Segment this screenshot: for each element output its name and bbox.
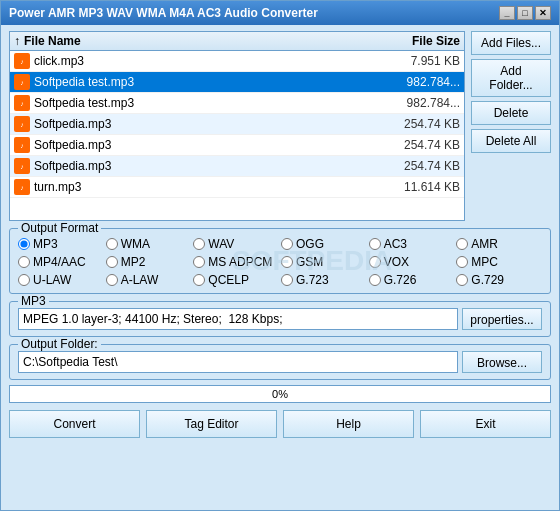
side-buttons: Add Files... Add Folder... Delete Delete… [471, 31, 551, 221]
delete-button[interactable]: Delete [471, 101, 551, 125]
add-files-button[interactable]: Add Files... [471, 31, 551, 55]
progress-bar-container: 0% [9, 385, 551, 403]
properties-row: properties... [18, 308, 542, 330]
format-g726[interactable]: G.726 [369, 273, 455, 287]
file-size: 254.74 KB [380, 159, 460, 173]
table-row[interactable]: ♪Softpedia.mp3254.74 KB [10, 114, 464, 135]
output-folder-label: Output Folder: [18, 337, 101, 351]
bottom-buttons: Convert Tag Editor Help Exit [9, 410, 551, 438]
format-ulaw[interactable]: U-LAW [18, 273, 104, 287]
delete-all-button[interactable]: Delete All [471, 129, 551, 153]
close-button[interactable]: ✕ [535, 6, 551, 20]
file-list[interactable]: ♪click.mp37.951 KB♪Softpedia test.mp3982… [10, 51, 464, 220]
format-wma[interactable]: WMA [106, 237, 192, 251]
file-name: Softpedia.mp3 [34, 138, 380, 152]
title-bar: Power AMR MP3 WAV WMA M4A AC3 Audio Conv… [1, 1, 559, 25]
format-qcelp[interactable]: QCELP [193, 273, 279, 287]
table-row[interactable]: ♪Softpedia test.mp3982.784... [10, 93, 464, 114]
maximize-button[interactable]: □ [517, 6, 533, 20]
table-row[interactable]: ♪turn.mp311.614 KB [10, 177, 464, 198]
browse-button[interactable]: Browse... [462, 351, 542, 373]
format-mp3[interactable]: MP3 [18, 237, 104, 251]
format-ac3[interactable]: AC3 [369, 237, 455, 251]
format-mp4aac[interactable]: MP4/AAC [18, 255, 104, 269]
file-list-header: ↑ File Name File Size [10, 32, 464, 51]
mp3-section-label: MP3 [18, 294, 49, 308]
file-icon: ♪ [14, 137, 30, 153]
format-msadpcm[interactable]: MS ADPCM [193, 255, 279, 269]
file-icon: ♪ [14, 158, 30, 174]
table-row[interactable]: ♪click.mp37.951 KB [10, 51, 464, 72]
exit-button[interactable]: Exit [420, 410, 551, 438]
mp3-section: MP3 properties... [9, 301, 551, 337]
window-title: Power AMR MP3 WAV WMA M4A AC3 Audio Conv… [9, 6, 318, 20]
file-size: 254.74 KB [380, 117, 460, 131]
format-g729[interactable]: G.729 [456, 273, 542, 287]
title-bar-controls: _ □ ✕ [499, 6, 551, 20]
file-size: 982.784... [380, 75, 460, 89]
add-folder-button[interactable]: Add Folder... [471, 59, 551, 97]
file-icon: ♪ [14, 116, 30, 132]
sort-arrow: ↑ [14, 34, 20, 48]
format-gsm[interactable]: GSM [281, 255, 367, 269]
minimize-button[interactable]: _ [499, 6, 515, 20]
format-vox[interactable]: VOX [369, 255, 455, 269]
file-icon: ♪ [14, 179, 30, 195]
file-name: click.mp3 [34, 54, 380, 68]
file-size: 254.74 KB [380, 138, 460, 152]
file-name: Softpedia.mp3 [34, 117, 380, 131]
column-filename: ↑ File Name [14, 34, 380, 48]
tag-editor-button[interactable]: Tag Editor [146, 410, 277, 438]
main-window: Power AMR MP3 WAV WMA M4A AC3 Audio Conv… [0, 0, 560, 511]
folder-row: Browse... [18, 351, 542, 373]
output-folder-field[interactable] [18, 351, 458, 373]
main-area: ↑ File Name File Size ♪click.mp37.951 KB… [9, 31, 551, 221]
format-g723[interactable]: G.723 [281, 273, 367, 287]
format-amr[interactable]: AMR [456, 237, 542, 251]
file-name: Softpedia test.mp3 [34, 75, 380, 89]
mp3-description-field[interactable] [18, 308, 458, 330]
table-row[interactable]: ♪Softpedia.mp3254.74 KB [10, 135, 464, 156]
file-name: Softpedia test.mp3 [34, 96, 380, 110]
file-icon: ♪ [14, 95, 30, 111]
progress-text: 0% [272, 388, 288, 400]
table-row[interactable]: ♪Softpedia.mp3254.74 KB [10, 156, 464, 177]
format-alaw[interactable]: A-LAW [106, 273, 192, 287]
file-size: 7.951 KB [380, 54, 460, 68]
file-icon: ♪ [14, 53, 30, 69]
file-name: Softpedia.mp3 [34, 159, 380, 173]
format-grid: MP3 WMA WAV OGG AC3 AMR MP4/AAC MP2 MS A… [18, 237, 542, 287]
convert-button[interactable]: Convert [9, 410, 140, 438]
table-row[interactable]: ♪Softpedia test.mp3982.784... [10, 72, 464, 93]
content-area: ↑ File Name File Size ♪click.mp37.951 KB… [1, 25, 559, 510]
file-size: 982.784... [380, 96, 460, 110]
format-wav[interactable]: WAV [193, 237, 279, 251]
help-button[interactable]: Help [283, 410, 414, 438]
format-mp2[interactable]: MP2 [106, 255, 192, 269]
output-format-group: Output Format SOFTPEDIA MP3 WMA WAV OGG … [9, 228, 551, 294]
format-ogg[interactable]: OGG [281, 237, 367, 251]
output-folder-section: Output Folder: Browse... [9, 344, 551, 380]
properties-button[interactable]: properties... [462, 308, 542, 330]
file-icon: ♪ [14, 74, 30, 90]
file-list-container: ↑ File Name File Size ♪click.mp37.951 KB… [9, 31, 465, 221]
file-size: 11.614 KB [380, 180, 460, 194]
output-format-label: Output Format [18, 221, 101, 235]
file-name: turn.mp3 [34, 180, 380, 194]
column-filesize: File Size [380, 34, 460, 48]
format-mpc[interactable]: MPC [456, 255, 542, 269]
